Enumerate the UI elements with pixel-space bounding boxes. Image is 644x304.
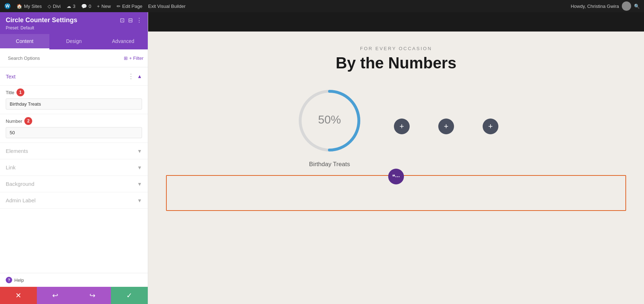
circles-row: 50% Birthday Treats + + + xyxy=(155,85,637,168)
admin-label-label: Admin Label xyxy=(6,197,137,203)
testimonial-section: ❝ ••• xyxy=(166,175,626,211)
quote-button[interactable]: ❝ ••• xyxy=(388,169,404,184)
pencil-icon: ✏ xyxy=(117,4,121,9)
step-1-badge: 1 xyxy=(16,88,24,96)
new-menu[interactable]: + New xyxy=(97,4,111,9)
quote-icon: ❝ xyxy=(392,173,395,180)
tab-advanced[interactable]: Advanced xyxy=(98,34,148,49)
admin-label-chevron-icon: ▼ xyxy=(137,198,142,203)
exit-builder-btn[interactable]: Exit Visual Builder xyxy=(148,4,186,9)
plus-icon: + xyxy=(97,4,100,9)
divi-icon: ◇ xyxy=(48,4,51,9)
section-text-header[interactable]: Text ⋮ ▲ xyxy=(0,67,148,86)
avatar[interactable] xyxy=(622,1,631,11)
admin-bar-right: Howdy, Christina Gwira 🔍 xyxy=(571,1,640,11)
sidebar: Circle Counter Settings ⊡ ⊟ ⋮ Preset: De… xyxy=(0,12,148,304)
wp-logo[interactable]: W xyxy=(4,3,11,9)
search-input[interactable] xyxy=(4,53,121,63)
main-layout: Circle Counter Settings ⊡ ⊟ ⋮ Preset: De… xyxy=(0,12,644,304)
sidebar-header: Circle Counter Settings ⊡ ⊟ ⋮ Preset: De… xyxy=(0,12,148,34)
step-2-badge: 2 xyxy=(24,117,32,125)
restore-icon[interactable]: ⊡ xyxy=(120,17,125,24)
speech-icon: 💬 xyxy=(81,4,87,9)
link-chevron-icon: ▼ xyxy=(137,165,142,170)
undo-button[interactable]: ↩ xyxy=(37,287,74,304)
admin-bar: W 🏠 My Sites ◇ Divi ☁ 3 💬 0 + New ✏ Edit… xyxy=(0,0,644,12)
sidebar-bottom: ? Help ✕ ↩ ↪ ✓ xyxy=(0,273,148,304)
circle-counter-1: 50% Birthday Treats xyxy=(294,85,365,168)
action-buttons: ✕ ↩ ↪ ✓ xyxy=(0,287,148,304)
section-chevron-icon[interactable]: ▲ xyxy=(137,73,142,79)
section-background[interactable]: Background ▼ xyxy=(0,176,148,192)
user-greeting: Howdy, Christina Gwira xyxy=(571,4,619,9)
title-input[interactable] xyxy=(6,98,142,110)
section-admin-label[interactable]: Admin Label ▼ xyxy=(0,192,148,209)
sidebar-title: Circle Counter Settings xyxy=(6,16,77,24)
section-link[interactable]: Link ▼ xyxy=(0,159,148,176)
add-counter-btn-2[interactable]: + xyxy=(438,119,454,134)
background-chevron-icon: ▼ xyxy=(137,181,142,187)
filter-icon: ⊞ xyxy=(124,56,128,61)
number-field-group: Number 2 xyxy=(0,114,148,143)
tab-content[interactable]: Content xyxy=(0,34,49,49)
sidebar-header-icons: ⊡ ⊟ ⋮ xyxy=(120,17,142,24)
home-icon: 🏠 xyxy=(16,4,22,9)
sidebar-content: Text ⋮ ▲ Title 1 Number 2 xyxy=(0,67,148,273)
elements-chevron-icon: ▼ xyxy=(137,148,142,154)
canvas-section: FOR EVERY OCCASION By the Numbers 50% xyxy=(148,32,644,304)
divi-menu[interactable]: ◇ Divi xyxy=(48,4,61,9)
tab-design[interactable]: Design xyxy=(49,34,99,49)
sidebar-search: ⊞ + Filter xyxy=(0,49,148,67)
help-icon: ? xyxy=(6,277,12,283)
sidebar-preset[interactable]: Preset: Default xyxy=(6,25,142,30)
speech-menu[interactable]: 💬 0 xyxy=(81,4,91,9)
cancel-button[interactable]: ✕ xyxy=(0,287,37,304)
number-input[interactable] xyxy=(6,127,142,138)
sidebar-tabs: Content Design Advanced xyxy=(0,34,148,49)
svg-text:50%: 50% xyxy=(318,113,341,126)
redo-button[interactable]: ↪ xyxy=(74,287,111,304)
filter-button[interactable]: ⊞ + Filter xyxy=(124,56,143,61)
elements-label: Elements xyxy=(6,148,137,154)
cloud-icon: ☁ xyxy=(67,4,71,9)
comments-menu[interactable]: ☁ 3 xyxy=(67,4,75,9)
edit-page-btn[interactable]: ✏ Edit Page xyxy=(117,4,142,9)
my-sites-menu[interactable]: 🏠 My Sites xyxy=(16,4,42,9)
svg-text:W: W xyxy=(5,4,10,9)
title-label: Title xyxy=(6,90,14,95)
add-counter-btn-1[interactable]: + xyxy=(394,119,410,134)
columns-icon[interactable]: ⊟ xyxy=(128,17,133,24)
section-heading: By the Numbers xyxy=(336,54,456,72)
title-field-group: Title 1 xyxy=(0,86,148,114)
circle-svg-wrap: 50% xyxy=(294,85,365,156)
circle-label-1: Birthday Treats xyxy=(309,161,350,168)
section-subtitle: FOR EVERY OCCASION xyxy=(360,46,432,51)
more-icon[interactable]: ⋮ xyxy=(136,17,142,24)
search-btn[interactable]: 🔍 xyxy=(634,4,640,9)
number-label: Number xyxy=(6,119,22,124)
section-more-icon[interactable]: ⋮ xyxy=(128,72,134,80)
canvas-banner xyxy=(148,12,644,32)
add-counter-btn-3[interactable]: + xyxy=(483,119,498,134)
section-elements[interactable]: Elements ▼ xyxy=(0,143,148,159)
section-text-title: Text xyxy=(6,73,128,79)
save-button[interactable]: ✓ xyxy=(111,287,148,304)
link-label: Link xyxy=(6,164,137,170)
canvas: FOR EVERY OCCASION By the Numbers 50% xyxy=(148,12,644,304)
background-label: Background xyxy=(6,181,137,187)
help-label: Help xyxy=(14,278,24,283)
help-bar: ? Help xyxy=(0,273,148,287)
